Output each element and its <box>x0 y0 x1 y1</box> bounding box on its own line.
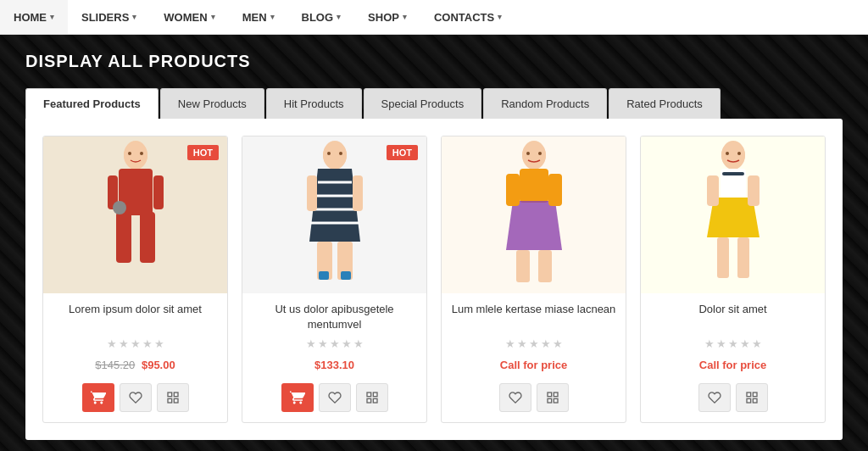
nav-item-women[interactable]: WOMEN▾ <box>150 0 228 34</box>
wishlist-button[interactable] <box>499 383 531 412</box>
nav-items-container: HOME▾SLIDERS▾WOMEN▾MEN▾BLOG▾SHOP▾CONTACT… <box>0 0 515 34</box>
add-to-cart-button[interactable] <box>82 383 114 412</box>
compare-icon <box>166 391 180 404</box>
wishlist-button[interactable] <box>120 383 152 412</box>
wishlist-button[interactable] <box>698 383 731 412</box>
price-old: $145.20 <box>95 359 135 371</box>
svg-point-6 <box>124 142 147 168</box>
product-card-p4: Dolor sit amet ★★★★★ Call for price <box>640 136 826 423</box>
svg-rect-54 <box>748 175 760 206</box>
product-info: Lorem ipsum dolor sit amet ★★★★★ $145.20… <box>43 293 227 383</box>
product-image-wrap: HOT <box>242 136 426 293</box>
nav-label-sliders: SLIDERS <box>81 11 129 24</box>
cart-icon <box>290 390 305 405</box>
nav-arrow-home: ▾ <box>50 13 54 21</box>
svg-point-27 <box>327 152 331 155</box>
product-info: Ut us dolor apibusgetele mentumvel ★★★★★… <box>242 293 426 383</box>
main-nav: HOME▾SLIDERS▾WOMEN▾MEN▾BLOG▾SHOP▾CONTACT… <box>0 0 868 35</box>
nav-arrow-blog: ▾ <box>337 13 341 21</box>
svg-point-56 <box>726 152 729 155</box>
svg-rect-30 <box>373 393 377 397</box>
heart-icon <box>129 391 142 404</box>
nav-item-home[interactable]: HOME▾ <box>0 0 68 34</box>
svg-rect-29 <box>367 393 371 397</box>
svg-rect-49 <box>722 172 744 175</box>
svg-rect-12 <box>168 399 172 404</box>
svg-rect-38 <box>506 174 520 206</box>
star-3: ★ <box>330 337 340 350</box>
action-buttons <box>43 383 227 422</box>
svg-point-41 <box>526 152 530 155</box>
nav-item-sliders[interactable]: SLIDERS▾ <box>68 0 150 34</box>
compare-button[interactable] <box>157 383 189 412</box>
products-panel: HOT Lorem ipsum dolor sit amet ★★★★★ $14… <box>25 119 843 440</box>
star-3: ★ <box>131 337 141 350</box>
svg-point-40 <box>522 142 546 168</box>
nav-label-men: MEN <box>242 11 267 24</box>
tab-rated[interactable]: Rated Products <box>609 88 721 119</box>
star-1: ★ <box>505 337 515 350</box>
svg-rect-53 <box>707 175 719 206</box>
star-5: ★ <box>553 337 563 350</box>
svg-rect-39 <box>548 174 562 206</box>
star-1: ★ <box>107 337 117 350</box>
star-4: ★ <box>740 337 750 350</box>
svg-rect-31 <box>367 399 371 404</box>
price-new: $95.00 <box>142 359 175 371</box>
product-card-p1: HOT Lorem ipsum dolor sit amet ★★★★★ $14… <box>42 136 228 423</box>
svg-rect-23 <box>319 271 329 280</box>
hot-badge: HOT <box>187 145 219 160</box>
star-rating: ★★★★★ <box>649 337 816 350</box>
nav-arrow-women: ▾ <box>211 13 215 21</box>
section-title: DISPLAY ALL PRODUCTS <box>25 52 843 71</box>
svg-rect-13 <box>174 399 178 404</box>
star-2: ★ <box>716 337 726 350</box>
tab-hit[interactable]: Hit Products <box>266 88 362 119</box>
svg-point-28 <box>339 152 342 155</box>
nav-arrow-sliders: ▾ <box>132 13 136 21</box>
svg-rect-34 <box>520 169 548 203</box>
star-5: ★ <box>154 337 164 350</box>
compare-button[interactable] <box>736 383 768 412</box>
tab-random[interactable]: Random Products <box>483 88 607 119</box>
svg-rect-32 <box>373 399 377 404</box>
action-buttons <box>442 383 626 422</box>
nav-arrow-contacts: ▾ <box>498 13 502 21</box>
price-only: $133.10 <box>314 359 354 371</box>
nav-arrow-shop: ▾ <box>403 13 407 21</box>
star-rating: ★★★★★ <box>450 337 617 350</box>
compare-icon <box>745 391 759 404</box>
star-4: ★ <box>541 337 551 350</box>
star-4: ★ <box>342 337 352 350</box>
nav-item-contacts[interactable]: CONTACTS▾ <box>420 0 515 34</box>
svg-point-9 <box>113 201 126 214</box>
call-for-price: Call for price <box>699 359 766 371</box>
svg-rect-44 <box>554 393 558 397</box>
tab-new[interactable]: New Products <box>160 88 264 119</box>
svg-rect-36 <box>516 250 530 282</box>
nav-label-blog: BLOG <box>302 11 334 24</box>
nav-label-home: HOME <box>14 11 47 24</box>
svg-rect-43 <box>548 393 552 397</box>
nav-label-shop: SHOP <box>368 11 399 24</box>
svg-rect-46 <box>554 399 558 404</box>
star-2: ★ <box>517 337 527 350</box>
nav-item-shop[interactable]: SHOP▾ <box>354 0 420 34</box>
tab-special[interactable]: Special Products <box>364 88 482 119</box>
star-2: ★ <box>318 337 328 350</box>
nav-item-blog[interactable]: BLOG▾ <box>288 0 355 34</box>
compare-icon <box>365 391 379 404</box>
price-area: Call for price <box>450 359 617 371</box>
compare-button[interactable] <box>537 383 569 412</box>
action-buttons <box>242 383 426 422</box>
compare-button[interactable] <box>356 383 388 412</box>
tab-featured[interactable]: Featured Products <box>25 88 159 119</box>
nav-arrow-men: ▾ <box>270 13 275 21</box>
nav-item-men[interactable]: MEN▾ <box>229 0 288 34</box>
star-5: ★ <box>752 337 762 350</box>
wishlist-button[interactable] <box>319 383 351 412</box>
add-to-cart-button[interactable] <box>281 383 314 412</box>
svg-rect-58 <box>747 393 751 397</box>
svg-rect-2 <box>116 212 131 263</box>
product-info: Dolor sit amet ★★★★★ Call for price <box>641 293 825 383</box>
